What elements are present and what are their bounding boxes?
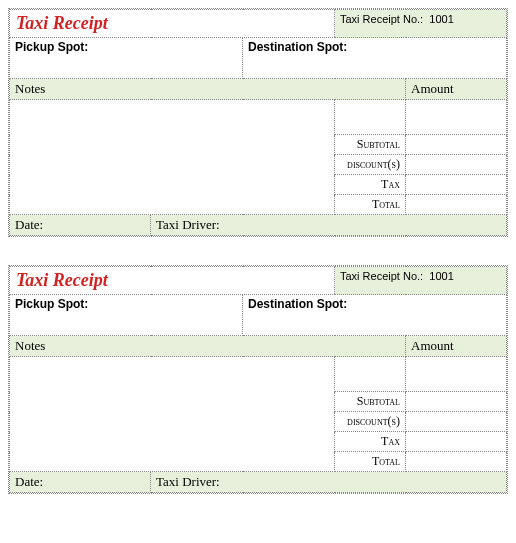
date-cell: Date: [10,472,151,493]
notes-body-cont2 [10,412,335,432]
taxi-receipt: Taxi Receipt Taxi Receipt No.: 1001 Pick… [8,265,508,494]
pickup-spot-cell: Pickup Spot: [10,38,243,79]
receipt-number-cell: Taxi Receipt No.: 1001 [335,267,507,295]
total-label: Total [335,195,406,215]
destination-label: Destination Spot: [248,40,347,54]
amount-header: Amount [406,336,507,357]
driver-label: Taxi Driver: [156,217,220,232]
title-cell: Taxi Receipt [10,267,335,295]
subtotal-value [406,392,507,412]
discounts-label: discount(s) [335,412,406,432]
notes-body-cont4 [10,452,335,472]
receipt-title: Taxi Receipt [16,270,108,290]
notes-body-cont3 [10,432,335,452]
line-amount-cell [406,357,507,392]
receipt-no-value: 1001 [429,270,453,282]
pickup-label: Pickup Spot: [15,40,88,54]
driver-label: Taxi Driver: [156,474,220,489]
date-label: Date: [15,217,43,232]
receipt-no-label: Taxi Receipt No.: [340,270,423,282]
line-amount-cell [406,100,507,135]
line-label-cell [335,100,406,135]
notes-body-cont2 [10,155,335,175]
total-value [406,195,507,215]
date-cell: Date: [10,215,151,236]
notes-body-cont4 [10,195,335,215]
receipt-no-label: Taxi Receipt No.: [340,13,423,25]
amount-header: Amount [406,79,507,100]
subtotal-label: Subtotal [335,392,406,412]
tax-value [406,175,507,195]
discounts-label: discount(s) [335,155,406,175]
notes-body-cont [10,392,335,412]
tax-value [406,432,507,452]
tax-label: Tax [335,432,406,452]
notes-header: Notes [10,79,406,100]
pickup-spot-cell: Pickup Spot: [10,295,243,336]
taxi-receipt: Taxi Receipt Taxi Receipt No.: 1001 Pick… [8,8,508,237]
discounts-value [406,412,507,432]
receipt-no-value: 1001 [429,13,453,25]
destination-label: Destination Spot: [248,297,347,311]
notes-body [10,100,335,135]
tax-label: Tax [335,175,406,195]
total-value [406,452,507,472]
notes-body-cont3 [10,175,335,195]
title-cell: Taxi Receipt [10,10,335,38]
subtotal-value [406,135,507,155]
notes-body-cont [10,135,335,155]
notes-header: Notes [10,336,406,357]
destination-spot-cell: Destination Spot: [243,295,507,336]
notes-body [10,357,335,392]
line-label-cell [335,357,406,392]
receipt-title: Taxi Receipt [16,13,108,33]
discounts-value [406,155,507,175]
driver-cell: Taxi Driver: [151,215,507,236]
date-label: Date: [15,474,43,489]
pickup-label: Pickup Spot: [15,297,88,311]
total-label: Total [335,452,406,472]
receipt-number-cell: Taxi Receipt No.: 1001 [335,10,507,38]
driver-cell: Taxi Driver: [151,472,507,493]
destination-spot-cell: Destination Spot: [243,38,507,79]
subtotal-label: Subtotal [335,135,406,155]
